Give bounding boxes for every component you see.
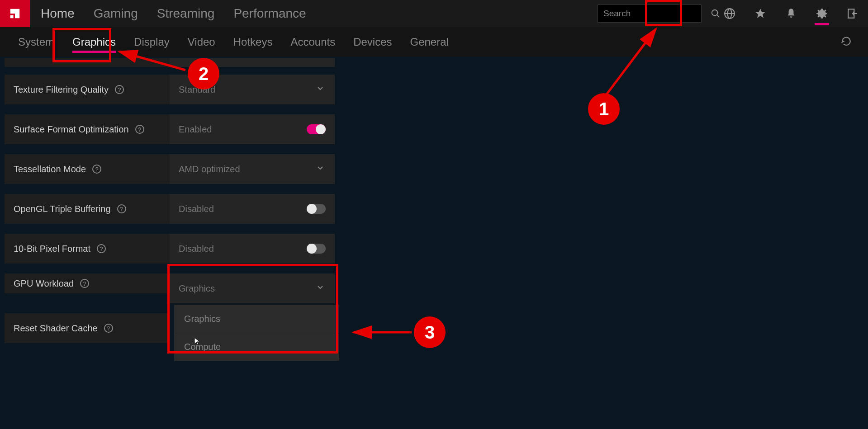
toggle-switch[interactable] — [307, 244, 326, 254]
amd-logo[interactable] — [0, 0, 30, 27]
setting-value-select[interactable]: Graphics — [170, 273, 335, 303]
setting-label-text: Surface Format Optimization — [14, 124, 129, 135]
setting-label: OpenGL Triple Buffering ? — [5, 194, 170, 224]
setting-label-text: GPU Workload — [14, 278, 74, 289]
info-icon[interactable]: ? — [135, 125, 144, 134]
chevron-down-icon — [316, 84, 325, 95]
search-box[interactable] — [598, 5, 702, 23]
dropdown-option-compute[interactable]: Compute — [174, 333, 339, 361]
setting-label-text: Texture Filtering Quality — [14, 85, 109, 95]
setting-label: Tessellation Mode ? — [5, 154, 170, 184]
toggle-state-text: Enabled — [179, 124, 212, 135]
select-value: Graphics — [179, 283, 215, 294]
gear-icon[interactable] — [806, 0, 837, 27]
info-icon[interactable]: ? — [92, 165, 101, 174]
setting-label: Reset Shader Cache ? — [5, 313, 170, 343]
reset-icon[interactable] — [840, 35, 852, 49]
bell-icon[interactable] — [776, 0, 806, 27]
toggle-switch[interactable] — [307, 204, 326, 214]
info-icon[interactable]: ? — [117, 204, 126, 213]
setting-label-text: OpenGL Triple Buffering — [14, 204, 111, 214]
annotation-number-3: 3 — [414, 316, 446, 348]
settings-row-clipped — [5, 58, 335, 67]
info-icon[interactable]: ? — [97, 244, 106, 253]
chevron-down-icon — [316, 164, 325, 175]
topnav-gaming[interactable]: Gaming — [94, 6, 138, 21]
annotation-number-1: 1 — [588, 93, 620, 125]
setting-value-toggle-row: Disabled — [170, 234, 335, 264]
subtab-graphics[interactable]: Graphics — [63, 27, 125, 57]
setting-label: Texture Filtering Quality ? — [5, 75, 170, 104]
setting-value-clipped — [170, 58, 335, 67]
subtab-system[interactable]: System — [9, 27, 63, 57]
setting-row-surface-format: Surface Format Optimization ? Enabled — [5, 114, 335, 144]
toggle-state-text: Disabled — [179, 204, 214, 214]
setting-row-opengl: OpenGL Triple Buffering ? Disabled — [5, 194, 335, 224]
annotation-arrow-3 — [348, 325, 416, 339]
select-value: AMD optimized — [179, 164, 240, 174]
subtabs: System Graphics Display Video Hotkeys Ac… — [0, 27, 868, 57]
setting-value-toggle-row: Disabled — [170, 194, 335, 224]
exit-icon[interactable] — [837, 0, 868, 27]
subtab-devices[interactable]: Devices — [344, 27, 401, 57]
setting-label: 10-Bit Pixel Format ? — [5, 234, 170, 264]
info-icon[interactable]: ? — [115, 85, 124, 94]
setting-row-gpu-workload: GPU Workload ? Graphics — [5, 273, 335, 303]
select-value: Standard — [179, 85, 215, 95]
setting-label: Surface Format Optimization ? — [5, 114, 170, 144]
topnav-home[interactable]: Home — [41, 6, 75, 21]
setting-value-toggle-row: Enabled — [170, 114, 335, 144]
topbar: Home Gaming Streaming Performance — [0, 0, 868, 27]
subtab-display[interactable]: Display — [125, 27, 179, 57]
info-icon[interactable]: ? — [80, 279, 89, 288]
subtab-general[interactable]: General — [401, 27, 458, 57]
search-input[interactable] — [598, 9, 711, 19]
subtab-accounts[interactable]: Accounts — [281, 27, 344, 57]
setting-value-select[interactable]: AMD optimized — [170, 154, 335, 184]
chevron-down-icon — [316, 283, 325, 294]
setting-label: GPU Workload ? — [5, 273, 170, 293]
setting-label-text: Reset Shader Cache — [14, 323, 98, 334]
topnav-streaming[interactable]: Streaming — [157, 6, 215, 21]
info-icon[interactable]: ? — [104, 324, 113, 333]
dropdown-option-graphics[interactable]: Graphics — [174, 305, 339, 333]
toggle-switch[interactable] — [307, 124, 326, 134]
setting-row-10bit: 10-Bit Pixel Format ? Disabled — [5, 234, 335, 264]
subtab-video[interactable]: Video — [179, 27, 224, 57]
setting-value-select[interactable]: Standard — [170, 75, 335, 104]
setting-label-clipped — [5, 58, 170, 67]
subtab-hotkeys[interactable]: Hotkeys — [224, 27, 282, 57]
setting-row-tessellation: Tessellation Mode ? AMD optimized — [5, 154, 335, 184]
topnav-performance[interactable]: Performance — [233, 6, 306, 21]
setting-label-text: Tessellation Mode — [14, 164, 86, 174]
setting-label-text: 10-Bit Pixel Format — [14, 244, 90, 254]
topnav: Home Gaming Streaming Performance — [41, 0, 306, 27]
globe-icon[interactable] — [714, 0, 745, 27]
amd-logo-icon — [7, 6, 23, 21]
setting-row-texture-filtering: Texture Filtering Quality ? Standard — [5, 75, 335, 104]
topbar-right — [598, 0, 868, 27]
gpu-workload-dropdown: Graphics Compute — [174, 305, 339, 361]
toggle-state-text: Disabled — [179, 244, 214, 254]
star-icon[interactable] — [745, 0, 776, 27]
